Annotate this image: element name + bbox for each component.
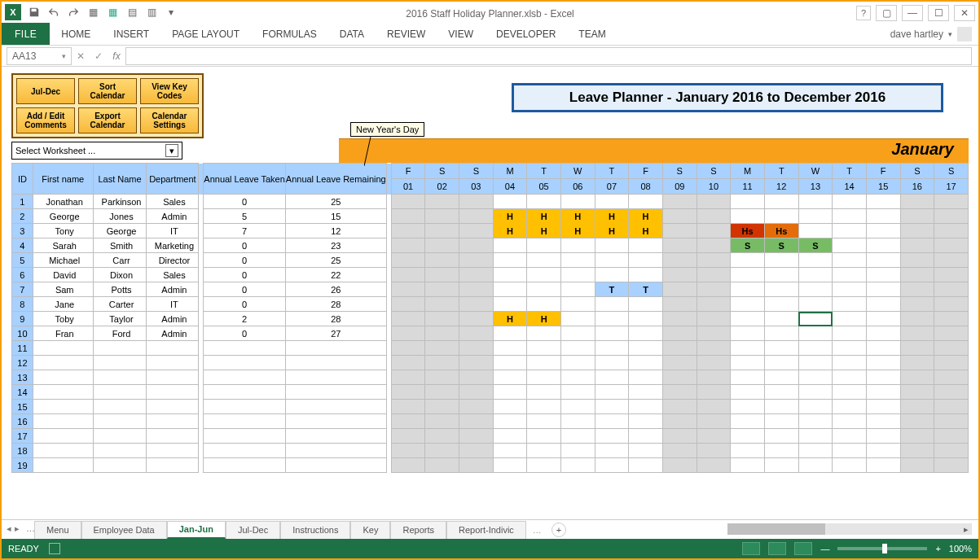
day-cell[interactable]	[900, 238, 934, 253]
row-id[interactable]: 16	[12, 414, 33, 429]
day-cell[interactable]	[900, 458, 934, 473]
day-cell[interactable]	[459, 341, 493, 356]
day-cell[interactable]	[493, 458, 527, 473]
day-cell[interactable]	[459, 268, 493, 282]
day-cell[interactable]	[459, 297, 493, 312]
department-cell[interactable]: Director	[147, 253, 199, 268]
day-cell[interactable]	[934, 209, 969, 224]
day-cell[interactable]	[560, 312, 595, 326]
last-name-cell[interactable]: Taylor	[93, 312, 147, 326]
day-cell[interactable]	[900, 195, 934, 209]
day-cell[interactable]	[662, 253, 697, 268]
day-cell[interactable]	[662, 238, 697, 253]
day-cell[interactable]	[900, 414, 934, 429]
day-cell[interactable]	[459, 195, 493, 209]
day-cell[interactable]	[493, 341, 527, 356]
day-cell[interactable]	[934, 297, 969, 312]
last-name-cell[interactable]: Carter	[93, 297, 147, 312]
ribbon-tab-team[interactable]: TEAM	[567, 23, 617, 45]
day-cell[interactable]	[697, 429, 731, 444]
department-cell[interactable]: IT	[147, 297, 199, 312]
page-break-view-button[interactable]	[794, 542, 812, 555]
day-cell[interactable]	[391, 268, 425, 282]
day-cell[interactable]	[493, 195, 527, 209]
day-cell[interactable]	[391, 356, 425, 370]
day-cell[interactable]	[629, 326, 663, 341]
day-cell[interactable]	[527, 195, 561, 209]
day-cell[interactable]: H	[560, 209, 595, 224]
day-cell[interactable]	[731, 444, 765, 458]
day-cell[interactable]	[425, 429, 459, 444]
day-cell[interactable]	[900, 224, 934, 238]
day-cell[interactable]	[527, 297, 561, 312]
zoom-out-button[interactable]: —	[820, 544, 829, 553]
day-cell[interactable]	[833, 458, 867, 473]
sheet-tab-jul-dec[interactable]: Jul-Dec	[226, 521, 280, 539]
day-cell[interactable]	[731, 356, 765, 370]
day-cell[interactable]	[560, 356, 595, 370]
row-id[interactable]: 19	[12, 458, 33, 473]
day-cell[interactable]	[798, 400, 833, 414]
day-cell[interactable]	[629, 312, 663, 326]
day-cell[interactable]	[764, 297, 798, 312]
day-cell[interactable]	[866, 297, 900, 312]
day-cell[interactable]	[662, 209, 697, 224]
day-cell[interactable]	[900, 282, 934, 297]
day-cell[interactable]	[833, 326, 867, 341]
jul-dec-button[interactable]: Jul-Dec	[16, 78, 75, 104]
day-cell[interactable]: T	[629, 282, 663, 297]
leave-remaining-cell[interactable]: 25	[285, 253, 386, 268]
day-cell[interactable]	[595, 444, 629, 458]
day-cell[interactable]	[527, 458, 561, 473]
day-cell[interactable]	[900, 370, 934, 385]
leave-grid[interactable]: IDFirst nameLast NameDepartmentAnnual Le…	[11, 163, 969, 473]
day-cell[interactable]	[697, 341, 731, 356]
help-icon[interactable]: ?	[856, 6, 871, 20]
day-cell[interactable]	[459, 370, 493, 385]
day-cell[interactable]	[697, 297, 731, 312]
day-cell[interactable]	[866, 458, 900, 473]
ribbon-tab-home[interactable]: HOME	[50, 23, 102, 45]
day-cell[interactable]	[425, 385, 459, 400]
ribbon-tab-data[interactable]: DATA	[328, 23, 376, 45]
day-cell[interactable]	[798, 282, 833, 297]
qa-icon[interactable]: ▦	[103, 3, 122, 21]
day-cell[interactable]: Hs	[731, 224, 765, 238]
leave-remaining-cell[interactable]: 15	[285, 209, 386, 224]
sheet-tab-employee-data[interactable]: Employee Data	[81, 521, 167, 539]
day-cell[interactable]	[595, 238, 629, 253]
last-name-cell[interactable]: Potts	[93, 282, 147, 297]
day-cell[interactable]	[764, 195, 798, 209]
day-cell[interactable]	[662, 268, 697, 282]
day-cell[interactable]	[560, 385, 595, 400]
department-cell[interactable]: Admin	[147, 312, 199, 326]
day-cell[interactable]	[629, 195, 663, 209]
day-cell[interactable]	[629, 268, 663, 282]
day-cell[interactable]	[629, 356, 663, 370]
first-name-cell[interactable]: Tony	[33, 224, 93, 238]
ribbon-display-button[interactable]: ▢	[876, 5, 897, 21]
day-cell[interactable]	[866, 385, 900, 400]
day-cell[interactable]	[934, 444, 969, 458]
redo-icon[interactable]	[64, 3, 83, 21]
day-cell[interactable]	[764, 414, 798, 429]
zoom-level[interactable]: 100%	[949, 544, 972, 553]
day-cell[interactable]	[833, 444, 867, 458]
day-cell[interactable]	[934, 356, 969, 370]
day-cell[interactable]	[391, 429, 425, 444]
day-cell[interactable]	[798, 224, 833, 238]
department-cell[interactable]: Admin	[147, 209, 199, 224]
day-cell[interactable]	[560, 400, 595, 414]
leave-taken-cell[interactable]: 0	[204, 297, 286, 312]
day-cell[interactable]	[493, 282, 527, 297]
leave-remaining-cell[interactable]: 23	[285, 238, 386, 253]
day-cell[interactable]	[560, 238, 595, 253]
day-cell[interactable]	[629, 458, 663, 473]
day-cell[interactable]	[697, 400, 731, 414]
day-cell[interactable]	[764, 326, 798, 341]
sheet-tab-instructions[interactable]: Instructions	[280, 521, 350, 539]
sheet-tab-reports[interactable]: Reports	[390, 521, 446, 539]
last-name-cell[interactable]: Parkinson	[93, 195, 147, 209]
day-cell[interactable]	[595, 400, 629, 414]
day-cell[interactable]	[527, 268, 561, 282]
